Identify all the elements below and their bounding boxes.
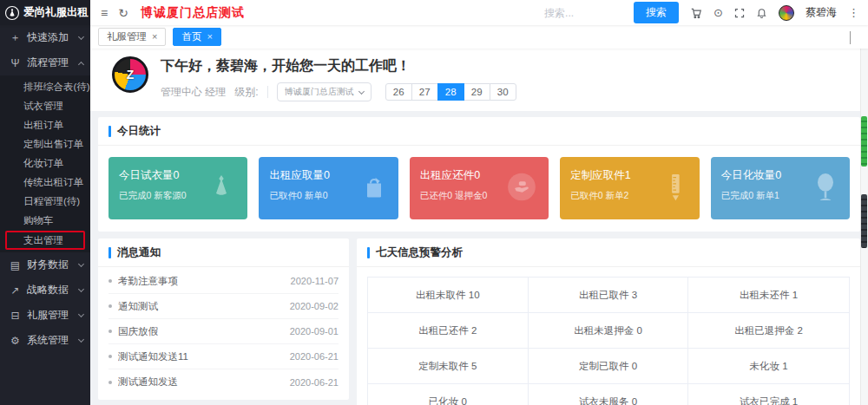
bullet-icon [108, 304, 112, 308]
day-button-group: 26 27 28 29 30 [385, 83, 516, 101]
warning-cell: 出租已还件 2 [368, 313, 529, 349]
bag-icon [360, 173, 388, 204]
notice-date: 2020-09-01 [290, 326, 339, 336]
target-icon[interactable]: ⊙ [713, 7, 723, 18]
wardrobe-icon: ⊟ [10, 310, 21, 322]
user-avatar[interactable] [779, 5, 794, 21]
greeting-title: 下午好，蔡碧海，开始您一天的工作吧！ [161, 57, 516, 75]
search-button[interactable]: 搜索 [634, 2, 679, 23]
sidebar: ＋ 快速添加 Ψ 流程管理 排班综合表(待) 试衣管理 出租订单 定制出售订单 … [0, 25, 90, 405]
topbar-actions: 搜索 ⊙ 蔡碧海 ⋮ [544, 2, 868, 23]
close-icon[interactable]: × [152, 30, 157, 42]
sidebar-item-strategy-data[interactable]: ↗ 战略数据 [0, 278, 90, 303]
day-button-26[interactable]: 26 [385, 83, 412, 101]
notice-list-item[interactable]: 通知测试 2020-09-02 [108, 294, 339, 319]
notice-list-item[interactable]: 测试通知发送11 2020-06-21 [108, 344, 339, 369]
stat-card-rental-return[interactable]: 出租应还件0 已还件0 退押金0 [410, 157, 549, 219]
store-select-value: 博诚厦门总店测试 [285, 86, 354, 98]
today-stats-title: 今日统计 [98, 117, 860, 146]
user-name: 蔡碧海 [806, 5, 837, 20]
chevron-down-icon [78, 336, 84, 343]
warning-cell: 出租未取件 10 [368, 278, 529, 313]
notice-text: 考勤注意事项 [118, 275, 291, 288]
sidebar-subitem-makeup-orders[interactable]: 化妆订单 [0, 154, 90, 173]
notice-date: 2020-11-07 [291, 276, 339, 286]
bullet-icon [108, 279, 112, 283]
store-title: 博诚厦门总店测试 [141, 5, 245, 21]
search-input[interactable] [544, 7, 622, 19]
logo-dress-icon [4, 5, 20, 21]
kebab-icon[interactable]: ⋮ [848, 7, 859, 18]
sidebar-item-process[interactable]: Ψ 流程管理 [0, 50, 90, 75]
sidebar-item-quick-add[interactable]: ＋ 快速添加 [0, 25, 90, 50]
notice-panel: 消息通知 考勤注意事项 2020-11-07 通知测试 2020-09-02 国… [98, 238, 349, 400]
warning-cell: 试衣已完成 1 [688, 384, 849, 405]
notice-list-item[interactable]: 测试通知发送 2020-06-21 [108, 369, 339, 395]
bell-icon[interactable] [756, 7, 767, 18]
app-logo: 爱尚礼服出租 [0, 0, 90, 25]
scrollbar-marker-green[interactable] [861, 116, 867, 167]
bullet-icon [108, 355, 112, 358]
store-select[interactable]: 博诚厦门总店测试 [277, 82, 372, 101]
day-button-28[interactable]: 28 [437, 83, 464, 101]
tab-bar: 礼服管理 × 首页 × [90, 25, 868, 49]
main-content: 礼服管理 × 首页 × 下午好，蔡碧海，开始您一天的工作吧！ 管理中心 经理 级… [90, 25, 868, 405]
warning-cell: 未化妆 1 [688, 349, 849, 384]
accent-bar [108, 247, 111, 258]
notice-list-item[interactable]: 考勤注意事项 2020-11-07 [108, 269, 339, 294]
notice-date: 2020-06-21 [290, 351, 339, 362]
level-label: 级别: [234, 85, 258, 100]
mirror-icon [812, 172, 839, 206]
dress-icon [206, 172, 237, 206]
cart-icon[interactable] [690, 7, 702, 19]
hamburger-icon[interactable]: ≡ [101, 7, 108, 19]
notice-date: 2020-09-02 [290, 301, 339, 311]
sidebar-item-label: 系统管理 [27, 333, 73, 348]
stat-card-rental-pickup[interactable]: 出租应取量0 已取件0 新单0 [259, 157, 398, 219]
stat-card-makeup[interactable]: 今日化妆量0 已完成0 新单1 [711, 157, 850, 219]
sidebar-subitem-schedule-mgmt[interactable]: 日程管理(待) [0, 192, 90, 211]
ledger-icon: ▤ [10, 259, 21, 271]
accent-bar [367, 247, 370, 258]
sidebar-item-finance-data[interactable]: ▤ 财务数据 [0, 252, 90, 278]
sidebar-subitem-fitting[interactable]: 试衣管理 [0, 96, 90, 115]
accent-bar [108, 126, 111, 137]
tab-home[interactable]: 首页 × [173, 28, 220, 46]
sidebar-item-label: 流程管理 [27, 56, 73, 70]
tab-overflow-button[interactable] [850, 31, 851, 43]
chevron-up-icon [78, 61, 84, 67]
chevron-down-icon [78, 261, 84, 267]
today-stats-panel: 今日统计 今日试衣量0 已完成0 新客源0 出租应取量0 已取件0 新单0 出租… [98, 117, 860, 232]
greeting-avatar [112, 56, 148, 93]
sidebar-subitem-expense-mgmt[interactable]: 支出管理 [5, 231, 85, 250]
sidebar-subitem-rental-orders[interactable]: 出租订单 [0, 115, 90, 134]
warning-cell: 出租未还件 1 [688, 278, 849, 313]
process-submenu: 排班综合表(待) 试衣管理 出租订单 定制出售订单 化妆订单 传统出租订单 日程… [0, 75, 90, 252]
refresh-icon[interactable]: ↻ [118, 7, 128, 19]
warning-cell: 出租未退押金 0 [529, 313, 689, 349]
sidebar-subitem-cart[interactable]: 购物车 [0, 211, 90, 230]
tab-dress-mgmt[interactable]: 礼服管理 × [98, 28, 166, 46]
stat-card-custom-pickup[interactable]: 定制应取件1 已取件0 新单2 [560, 157, 699, 219]
warning-panel: 七天信息预警分析 出租未取件 10 出租已取件 3 出租未还件 1 出租已还件 … [357, 238, 860, 405]
close-icon[interactable]: × [207, 30, 212, 42]
chevron-down-icon [78, 311, 84, 317]
day-button-29[interactable]: 29 [464, 83, 490, 101]
warning-cell: 定制未取件 5 [368, 349, 529, 384]
fullscreen-icon[interactable] [734, 8, 745, 18]
scrollbar-track[interactable] [860, 25, 868, 405]
day-button-30[interactable]: 30 [490, 83, 516, 101]
sidebar-item-dress-mgmt[interactable]: ⊟ 礼服管理 [0, 303, 90, 328]
notice-list-item[interactable]: 国庆放假 2020-09-01 [108, 319, 339, 344]
day-button-27[interactable]: 27 [411, 83, 438, 101]
sidebar-subitem-traditional-rental[interactable]: 传统出租订单 [0, 173, 90, 192]
scrollbar-marker-dark[interactable] [861, 194, 867, 248]
stat-card-fitting[interactable]: 今日试衣量0 已完成0 新客源0 [108, 157, 247, 219]
warning-cell: 试衣未服务 0 [529, 384, 689, 405]
hand-coin-icon [505, 171, 538, 206]
trend-icon: ↗ [10, 284, 21, 297]
sidebar-subitem-schedule-table[interactable]: 排班综合表(待) [0, 77, 90, 96]
sidebar-subitem-custom-sale-orders[interactable]: 定制出售订单 [0, 134, 90, 154]
sidebar-item-label: 快速添加 [27, 30, 73, 45]
sidebar-item-system-mgmt[interactable]: ⚙ 系统管理 [0, 328, 90, 353]
